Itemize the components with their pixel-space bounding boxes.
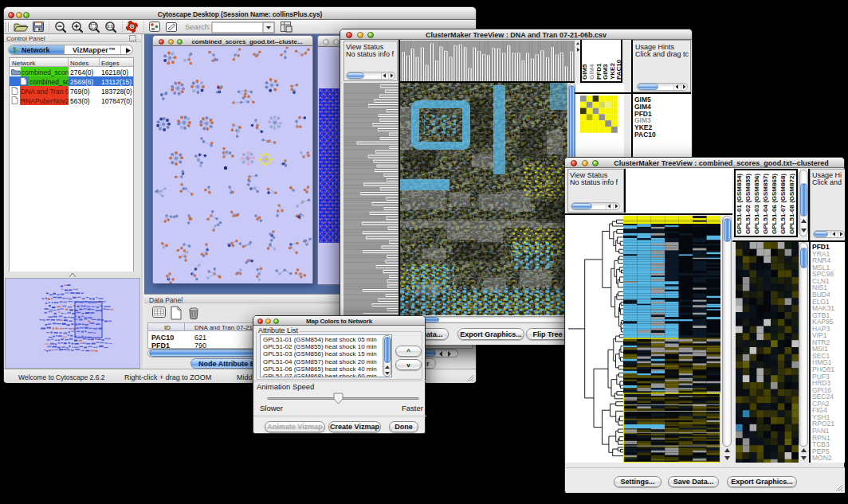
svg-text:1:1: 1:1	[107, 24, 113, 29]
svg-text:Search:: Search:	[185, 22, 211, 31]
